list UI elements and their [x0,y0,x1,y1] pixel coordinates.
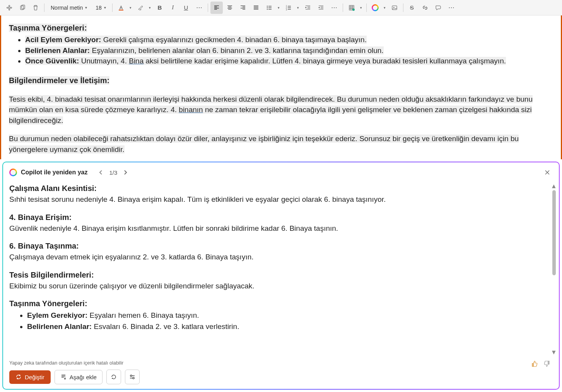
strikethrough-button[interactable]: S [406,2,418,14]
svg-text:A: A [120,5,123,10]
font-size-label: 18 [96,5,102,11]
font-size-select[interactable]: 18▾ [92,3,110,12]
doc-list-item: Belirlenen Alanlar: Eşyalarınızın, belir… [25,45,553,56]
thumbs-down-button[interactable] [543,360,551,368]
doc-paragraph: Bu durumun neden olabileceği rahatsızlık… [9,133,553,155]
next-suggestion-button[interactable] [121,168,130,177]
replace-icon [15,374,22,380]
image-button[interactable] [388,2,401,14]
bullets-button[interactable] [263,2,275,14]
thumbs-up-button[interactable] [531,360,539,368]
svg-text:3: 3 [286,9,287,11]
list-item: Eylem Gerekiyor: Eşyaları hemen 6. Binay… [27,310,548,321]
sliders-icon [129,373,136,380]
more-text-icon[interactable]: ⋯ [193,2,205,14]
regenerate-button[interactable] [106,370,121,384]
separator [44,3,44,12]
indent-decrease-button[interactable] [302,2,314,14]
ai-disclaimer: Yapay zeka tarafından oluşturulan içerik… [9,360,553,366]
separator [208,3,208,12]
doc-list-item: Acil Eylem Gerekiyor: Gerekli çalışma eş… [25,34,553,45]
scroll-down-icon[interactable]: ▾ [551,349,557,355]
toolbar: Normal metin▾ 18▾ A ▾ ▾ B I U ⋯ ▾ 123 ▾ … [0,0,562,15]
comment-button[interactable] [432,2,444,14]
overflow-menu[interactable]: ⋯ [445,2,458,14]
doc-heading-2: Bilgilendirmeler ve İletişim: [9,76,109,85]
scroll-thumb[interactable] [552,190,556,275]
italic-button[interactable]: I [167,2,179,14]
svg-point-15 [133,377,134,379]
table-dropdown[interactable]: ▾ [359,6,364,10]
copilot-header: Copilot ile yeniden yaz 1/3 [3,162,559,181]
list-item: Belirlenen Alanlar: Esvaları 6. Binada 2… [27,321,548,332]
section-text: Sıhhi tesisat sorunu nedeniyle 4. Binaya… [9,194,548,205]
move-icon[interactable] [3,2,15,14]
style-select[interactable]: Normal metin▾ [47,3,91,12]
section-heading: Çalışma Alanı Kesintisi: [9,182,548,194]
svg-rect-3 [119,10,123,10]
copilot-content: Çalışma Alanı Kesintisi: Sıhhi tesisat s… [3,181,559,357]
align-right-button[interactable] [237,2,249,14]
close-button[interactable] [542,167,553,178]
align-center-button[interactable] [224,2,236,14]
copilot-icon [372,4,379,11]
chevron-down-icon: ▾ [104,5,106,10]
copilot-footer: Yapay zeka tarafından oluşturulan içerik… [3,357,559,389]
replace-label: Değiştir [25,374,44,380]
doc-paragraph: Tesis ekibi, 4. binadaki tesisat onarıml… [9,94,553,126]
copy-icon[interactable] [16,2,29,14]
copilot-icon [9,169,17,176]
document-area[interactable]: Taşınma Yönergeleri: Acil Eylem Gerekiyo… [0,15,562,159]
svg-point-14 [130,375,132,377]
link-button[interactable] [419,2,431,14]
table-button[interactable] [345,2,358,14]
bullets-dropdown[interactable]: ▾ [276,6,282,10]
page-indicator: 1/3 [109,169,117,176]
section-text: Ekibimiz bu sorun üzerinde çalışıyor ve … [9,281,548,292]
copilot-pager: 1/3 [97,168,130,177]
scrollbar[interactable]: ▴ ▾ [551,183,557,355]
doc-list-item: Önce Güvenlik: Unutmayın, 4. Bina aksi b… [25,56,553,66]
doc-heading-1: Taşınma Yönergeleri: [9,24,87,32]
copilot-panel: Copilot ile yeniden yaz 1/3 Çalışma Alan… [2,162,560,390]
font-color-dropdown[interactable]: ▾ [128,6,133,10]
highlight-icon[interactable] [134,2,147,14]
insert-label: Aşağı ekle [70,374,97,380]
indent-increase-button[interactable] [315,2,327,14]
numbering-dropdown[interactable]: ▾ [296,6,301,10]
section-text: Güvenlik nedeniyle 4. Binaya erişim kısı… [9,223,548,234]
insert-below-button[interactable]: Aşağı ekle [55,370,102,384]
svg-point-5 [267,7,268,8]
more-para-icon[interactable]: ⋯ [328,2,340,14]
section-heading: Tesis Bilgilendirmeleri: [9,269,548,281]
prev-suggestion-button[interactable] [97,168,105,177]
underline-button[interactable]: U [180,2,192,14]
copilot-title: Copilot ile yeniden yaz [21,169,87,176]
copilot-dropdown[interactable]: ▾ [382,6,388,10]
section-heading: 4. Binaya Erişim: [9,211,548,223]
highlight-dropdown[interactable]: ▾ [147,6,153,10]
font-color-icon[interactable]: A [115,2,127,14]
delete-icon[interactable] [29,2,42,14]
chevron-down-icon: ▾ [85,5,87,10]
scroll-up-icon[interactable]: ▴ [551,183,557,189]
numbering-button[interactable]: 123 [282,2,295,14]
separator [343,3,343,12]
align-justify-button[interactable] [250,2,262,14]
adjust-button[interactable] [125,370,140,384]
bold-button[interactable]: B [154,2,166,14]
svg-point-6 [267,9,268,9]
svg-point-4 [267,5,268,6]
style-select-label: Normal metin [51,5,83,11]
scroll-track[interactable] [552,190,556,348]
feedback-buttons [531,360,551,368]
copilot-button[interactable] [369,2,381,14]
section-heading: 6. Binaya Taşınma: [9,240,548,252]
separator [112,3,113,12]
separator [366,3,367,12]
regenerate-icon [110,373,117,380]
replace-button[interactable]: Değiştir [9,370,51,384]
insert-below-icon [60,374,67,380]
align-left-button[interactable] [210,2,223,14]
section-heading: Taşınma Yönergeleri: [9,298,548,309]
